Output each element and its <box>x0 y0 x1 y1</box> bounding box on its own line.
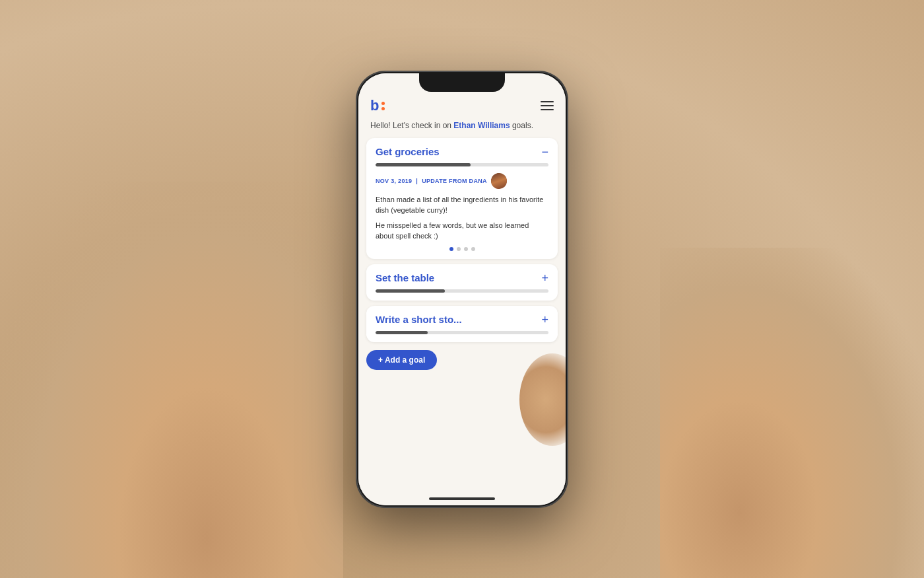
goal-expand-set-table-button[interactable]: + <box>541 272 548 284</box>
carousel-dot-2[interactable] <box>457 247 461 251</box>
dana-avatar <box>491 173 507 189</box>
progress-fill-write-story <box>376 331 428 334</box>
app-screen: b Hello! Let's check in on Ethan William… <box>358 73 566 505</box>
goal-card-get-groceries: Get groceries − NOV 3, 2019 | UPDATE FRO… <box>366 138 558 259</box>
update-text-2: He misspelled a few words, but we also l… <box>376 220 548 242</box>
goal-title-write-story: Write a short sto... <box>376 314 462 325</box>
greeting-prefix: Hello! Let's check in on <box>370 121 453 130</box>
hamburger-menu-button[interactable] <box>541 101 554 110</box>
progress-bar-write-story <box>376 331 548 334</box>
carousel-dot-4[interactable] <box>471 247 475 251</box>
user-name: Ethan Williams <box>453 121 510 130</box>
update-from: UPDATE FROM DANA <box>422 178 487 184</box>
add-goal-button[interactable]: + Add a goal <box>366 350 437 370</box>
carousel-dots <box>376 247 548 251</box>
app-header: b <box>358 93 566 117</box>
greeting-text: Hello! Let's check in on Ethan Williams … <box>358 117 566 138</box>
phone-notch <box>419 73 505 92</box>
phone-shell: b Hello! Let's check in on Ethan William… <box>356 71 568 507</box>
goal-card-set-the-table: Set the table + <box>366 264 558 301</box>
progress-fill-get-groceries <box>376 163 471 166</box>
goal-header-set-the-table: Set the table + <box>376 272 548 284</box>
update-label: NOV 3, 2019 <box>376 178 412 184</box>
goal-title-set-the-table: Set the table <box>376 272 434 283</box>
progress-bar-get-groceries <box>376 163 548 166</box>
hamburger-line-2 <box>541 105 554 106</box>
logo-dot-2 <box>381 107 385 110</box>
goal-title-get-groceries: Get groceries <box>376 146 440 157</box>
update-meta: NOV 3, 2019 | UPDATE FROM DANA <box>376 173 548 189</box>
goal-card-write-story: Write a short sto... + <box>366 306 558 342</box>
goal-collapse-button[interactable]: − <box>541 146 548 158</box>
greeting-suffix: goals. <box>510 121 533 130</box>
logo-dot-1 <box>381 102 385 105</box>
goal-expand-write-story-button[interactable]: + <box>541 314 548 326</box>
goal-header-write-story: Write a short sto... + <box>376 314 548 326</box>
progress-bar-set-the-table <box>376 289 548 293</box>
carousel-dot-3[interactable] <box>464 247 468 251</box>
phone-screen: b Hello! Let's check in on Ethan William… <box>358 73 566 505</box>
goals-list: Get groceries − NOV 3, 2019 | UPDATE FRO… <box>358 138 566 342</box>
carousel-dot-1[interactable] <box>449 247 453 251</box>
app-logo: b <box>370 98 385 113</box>
hamburger-line-3 <box>541 109 554 110</box>
logo-letter: b <box>370 98 379 113</box>
hamburger-line-1 <box>541 101 554 102</box>
goal-header-get-groceries: Get groceries − <box>376 146 548 158</box>
logo-dots <box>381 102 385 110</box>
update-text-1: Ethan made a list of all the ingredients… <box>376 194 548 216</box>
dana-avatar-image <box>491 173 507 189</box>
progress-fill-set-the-table <box>376 289 445 293</box>
update-from-label: | <box>416 178 418 184</box>
home-indicator <box>429 497 495 500</box>
